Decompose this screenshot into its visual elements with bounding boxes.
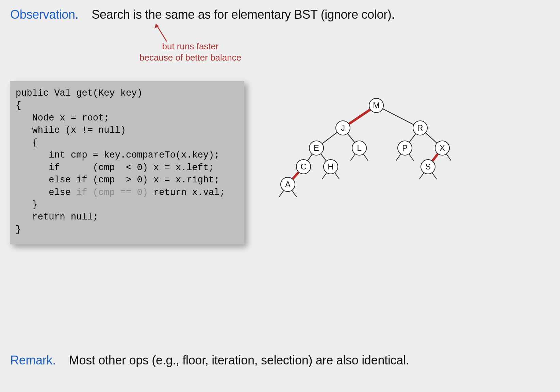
tree-null-stub	[446, 154, 451, 161]
code-line: Node x = root;	[16, 113, 109, 123]
code-line: while (x != null)	[16, 125, 126, 135]
tree-node-label: X	[440, 143, 445, 152]
tree-null-stub	[279, 190, 284, 197]
tree-edge	[321, 154, 327, 161]
code-line: else if (cmp > 0) x = x.right;	[16, 175, 220, 185]
remark-text: Most other ops (e.g., floor, iteration, …	[69, 353, 409, 367]
code-line: int cmp = key.compareTo(x.key);	[16, 150, 220, 160]
tree-node-label: A	[285, 180, 291, 189]
annotation-line-1: but runs faster	[139, 41, 241, 52]
observation-text: Search is the same as for elementary BST…	[92, 7, 395, 21]
tree-node-label: R	[417, 123, 423, 132]
tree-null-stub	[350, 154, 355, 161]
code-line: public Val get(Key key)	[16, 88, 143, 98]
tree-null-stub	[432, 173, 437, 179]
observation-label: Observation.	[10, 7, 79, 21]
tree-edge-red	[293, 172, 299, 179]
code-line: return x.val;	[148, 187, 225, 198]
annotation-line-2: because of better balance	[139, 52, 241, 63]
tree-null-stub	[396, 154, 401, 161]
code-box: public Val get(Key key) { Node x = root;…	[10, 81, 244, 244]
tree-node-label: H	[328, 162, 333, 171]
tree-edge	[383, 109, 414, 125]
code-line: }	[16, 225, 21, 235]
tree-edge	[426, 133, 437, 143]
annotation: but runs faster because of better balanc…	[139, 41, 241, 63]
tree-edge	[347, 133, 355, 142]
tree-null-stub	[335, 173, 340, 179]
slide: Observation. Search is the same as for e…	[0, 0, 560, 392]
observation-line: Observation. Search is the same as for e…	[10, 7, 395, 22]
remark-line: Remark. Most other ops (e.g., floor, ite…	[10, 353, 409, 368]
code-line: else	[16, 187, 76, 198]
tree-node-label: S	[425, 162, 431, 171]
tree-null-stub	[409, 154, 414, 161]
code-line: {	[16, 138, 38, 148]
tree-node-label: M	[373, 101, 380, 110]
code-line: {	[16, 100, 21, 111]
code-line: if (cmp < 0) x = x.left;	[16, 163, 214, 173]
tree-null-stub	[363, 154, 368, 161]
code-line: }	[16, 200, 38, 210]
code-listing: public Val get(Key key) { Node x = root;…	[16, 87, 239, 236]
code-line: return null;	[16, 212, 98, 222]
tree-edge-red	[432, 154, 438, 161]
tree-edge	[308, 154, 312, 161]
tree-edge	[322, 132, 337, 144]
tree-edge	[409, 134, 416, 143]
tree-node-label: L	[357, 143, 361, 152]
tree-null-stub	[292, 190, 297, 197]
tree-null-stub	[419, 173, 424, 179]
tree-node-label: C	[300, 162, 306, 171]
tree-node-label: J	[341, 123, 345, 132]
tree-node-label: P	[402, 143, 408, 152]
tree-null-stub	[322, 173, 327, 179]
code-line-gray: if (cmp == 0)	[76, 187, 148, 198]
remark-label: Remark.	[10, 353, 56, 367]
tree-diagram: MJRELPXCHSA	[276, 95, 456, 204]
tree-edge-red	[349, 110, 370, 124]
tree-node-label: E	[314, 143, 319, 152]
